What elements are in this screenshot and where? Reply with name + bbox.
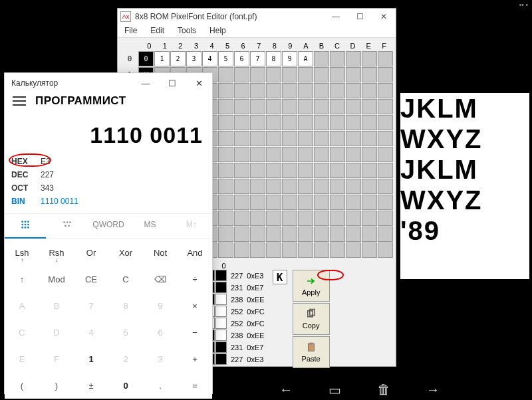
base-row-hex[interactable]: HEX E3 (11, 155, 205, 168)
charset-cell[interactable] (346, 179, 361, 194)
charset-cell[interactable] (346, 115, 361, 130)
calc-key-f[interactable]: F (39, 346, 74, 372)
bit-cell[interactable] (215, 330, 227, 341)
charset-cell[interactable] (282, 179, 297, 194)
charset-cell[interactable] (362, 211, 377, 226)
charset-cell[interactable] (282, 67, 297, 82)
charset-cell[interactable] (362, 51, 377, 66)
bit-cell[interactable] (215, 318, 227, 329)
charset-cell[interactable] (362, 83, 377, 98)
calc-key-ce[interactable]: CE (74, 266, 108, 292)
charset-cell[interactable] (378, 195, 393, 210)
hamburger-icon[interactable] (13, 96, 26, 106)
charset-cell[interactable] (362, 131, 377, 146)
charset-cell[interactable] (266, 211, 281, 226)
charset-cell[interactable] (330, 243, 345, 258)
close-button[interactable]: ✕ (372, 9, 396, 24)
maximize-button[interactable]: ☐ (348, 9, 372, 24)
calc-key-=[interactable]: = (178, 372, 212, 399)
charset-cell[interactable] (282, 115, 297, 130)
calc-key-8[interactable]: 8 (108, 292, 143, 319)
charset-cell[interactable]: 4 (202, 51, 217, 66)
calc-key-4[interactable]: 4 (74, 319, 108, 346)
charset-cell[interactable] (282, 131, 297, 146)
charset-cell[interactable] (282, 147, 297, 162)
charset-cell[interactable] (330, 227, 345, 242)
trash-icon[interactable]: 🗑 (377, 382, 390, 398)
charset-cell[interactable] (314, 211, 329, 226)
charset-cell[interactable] (250, 115, 265, 130)
charset-cell[interactable] (330, 51, 345, 66)
calc-key-)[interactable]: ) (39, 372, 74, 399)
charset-cell[interactable] (314, 147, 329, 162)
charset-cell[interactable] (298, 195, 313, 210)
charset-cell[interactable] (266, 131, 281, 146)
paste-button[interactable]: Paste (293, 336, 330, 368)
calc-key-⌫[interactable]: ⌫ (143, 266, 178, 292)
calc-key-b[interactable]: B (39, 292, 74, 319)
charset-cell[interactable] (218, 179, 233, 194)
charset-cell[interactable]: 6 (234, 51, 249, 66)
charset-cell[interactable] (330, 99, 345, 114)
charset-cell[interactable] (330, 115, 345, 130)
charset-cell[interactable] (298, 211, 313, 226)
charset-cell[interactable] (282, 227, 297, 242)
charset-cell[interactable] (218, 83, 233, 98)
charset-cell[interactable] (346, 211, 361, 226)
charset-cell[interactable] (266, 179, 281, 194)
menu-help[interactable]: Help (203, 25, 233, 37)
charset-cell[interactable] (314, 195, 329, 210)
charset-cell[interactable] (266, 67, 281, 82)
charset-cell[interactable] (234, 83, 249, 98)
charset-cell[interactable] (234, 147, 249, 162)
bit-cell[interactable] (215, 306, 227, 317)
charset-cell[interactable] (314, 179, 329, 194)
charset-cell[interactable] (218, 243, 233, 258)
charset-cell[interactable] (266, 147, 281, 162)
calc-key-1[interactable]: 1 (74, 346, 108, 372)
bit-cell[interactable] (215, 294, 227, 305)
charset-cell[interactable] (314, 227, 329, 242)
charset-cell[interactable] (234, 195, 249, 210)
charset-cell[interactable]: 9 (282, 51, 297, 66)
charset-cell[interactable] (250, 211, 265, 226)
charset-cell[interactable] (234, 179, 249, 194)
charset-cell[interactable] (362, 227, 377, 242)
charset-cell[interactable] (378, 115, 393, 130)
forward-icon[interactable]: → (426, 382, 440, 398)
charset-cell[interactable] (218, 115, 233, 130)
calc-key-↑[interactable]: ↑ (5, 266, 39, 292)
charset-cell[interactable] (346, 227, 361, 242)
calc-key-c[interactable]: C (108, 266, 143, 292)
charset-cell[interactable] (362, 195, 377, 210)
charset-cell[interactable] (330, 163, 345, 178)
calc-key-×[interactable]: × (178, 292, 212, 319)
charset-cell[interactable] (330, 67, 345, 82)
charset-cell[interactable] (330, 179, 345, 194)
charset-cell[interactable] (330, 131, 345, 146)
calc-key-3[interactable]: 3 (143, 346, 178, 372)
charset-cell[interactable] (362, 99, 377, 114)
calc-key-a[interactable]: A (5, 292, 39, 319)
base-row-oct[interactable]: OCT 343 (11, 181, 205, 195)
charset-cell[interactable] (298, 147, 313, 162)
charset-cell[interactable] (250, 147, 265, 162)
charset-cell[interactable] (298, 131, 313, 146)
calc-key-not[interactable]: Not (143, 239, 178, 266)
charset-cell[interactable] (314, 83, 329, 98)
calc-key-÷[interactable]: ÷ (178, 266, 212, 292)
calc-key-mod[interactable]: Mod (39, 266, 74, 292)
charset-cell[interactable] (314, 99, 329, 114)
charset-cell[interactable] (346, 83, 361, 98)
charset-cell[interactable] (282, 99, 297, 114)
charset-cell[interactable] (362, 147, 377, 162)
charset-cell[interactable] (346, 67, 361, 82)
back-icon[interactable]: ← (279, 382, 293, 398)
maximize-button[interactable]: ☐ (159, 73, 186, 93)
charset-cell[interactable] (330, 211, 345, 226)
charset-cell[interactable] (282, 195, 297, 210)
charset-cell[interactable] (362, 179, 377, 194)
menu-edit[interactable]: Edit (144, 25, 171, 37)
charset-cell[interactable]: 7 (250, 51, 265, 66)
charset-cell[interactable] (330, 147, 345, 162)
